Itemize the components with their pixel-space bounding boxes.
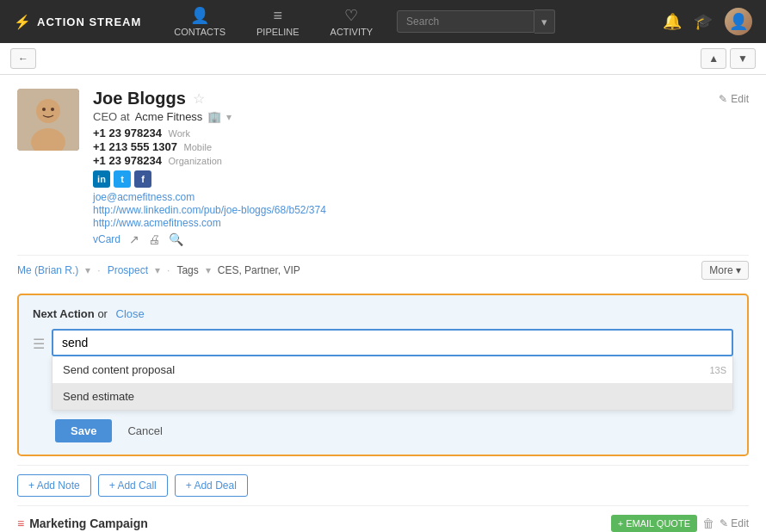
- action-buttons: Save Cancel: [55, 419, 733, 442]
- phone-org-row: +1 23 978234 Organization: [93, 154, 749, 167]
- svg-point-4: [51, 108, 54, 111]
- contact-info: Joe Bloggs ☆ ✎ Edit CEO at Acme Fitness …: [93, 89, 749, 246]
- phone-mobile-label: Mobile: [184, 142, 212, 152]
- phone-work: +1 23 978234: [93, 127, 162, 139]
- phone-mobile: +1 213 555 1307: [93, 140, 177, 153]
- add-call-button[interactable]: + Add Call: [98, 474, 168, 497]
- search-small-icon[interactable]: 🔍: [169, 232, 183, 246]
- campaign-title: Marketing Campaign: [29, 517, 148, 530]
- nav-activity-label: ACTIVITY: [330, 27, 374, 37]
- nav-pipeline-label: PIPELINE: [256, 27, 300, 37]
- edit-pencil-icon: ✎: [719, 93, 727, 105]
- pipeline-icon: ≡: [274, 7, 283, 25]
- section-title: ≡ Marketing Campaign: [17, 517, 148, 530]
- section-actions: + EMAIL QUOTE 🗑 ✎ Edit: [611, 515, 749, 532]
- campaign-icon: ≡: [17, 517, 24, 530]
- contact-title-row: CEO at Acme Fitness 🏢 ▾: [93, 110, 749, 123]
- twitter-button[interactable]: t: [114, 170, 131, 188]
- email-quote-button[interactable]: + EMAIL QUOTE: [611, 515, 697, 532]
- navbar: ⚡ ACTION STREAM 👤 CONTACTS ≡ PIPELINE ♡ …: [0, 0, 766, 43]
- nav-items: 👤 CONTACTS ≡ PIPELINE ♡ ACTIVITY ▾: [158, 0, 663, 43]
- nav-contacts[interactable]: 👤 CONTACTS: [158, 0, 241, 43]
- svg-point-1: [36, 99, 60, 123]
- email-link[interactable]: joe@acmefitness.com: [93, 191, 749, 203]
- marketing-campaign-section: ≡ Marketing Campaign + EMAIL QUOTE 🗑 ✎ E…: [17, 505, 749, 532]
- activity-icon: ♡: [344, 6, 358, 25]
- add-deal-button[interactable]: + Add Deal: [175, 474, 248, 497]
- next-action-input[interactable]: [52, 329, 733, 356]
- prev-record-button[interactable]: ▲: [701, 48, 726, 69]
- svg-point-3: [42, 108, 46, 111]
- bottom-actions: + Add Note + Add Call + Add Deal: [17, 465, 749, 505]
- next-action-title: Next Action: [33, 307, 95, 320]
- search-bar: ▾: [397, 9, 555, 34]
- linkedin-link[interactable]: http://www.linkedin.com/pub/joe-bloggs/6…: [93, 204, 749, 216]
- share-icon[interactable]: ↗: [129, 232, 139, 246]
- contact-header: Joe Bloggs ☆ ✎ Edit CEO at Acme Fitness …: [17, 89, 749, 246]
- edit-contact-link[interactable]: ✎ Edit: [719, 93, 749, 105]
- next-action-container: Next Action or Close ☰ 13S Send content …: [17, 294, 749, 456]
- next-action-input-wrapper: 13S Send content proposal Send estimate: [52, 329, 733, 411]
- facebook-button[interactable]: f: [134, 170, 151, 188]
- bell-icon[interactable]: 🔔: [663, 12, 682, 31]
- company-name: Acme Fitness: [135, 110, 203, 123]
- user-avatar[interactable]: 👤: [725, 8, 752, 35]
- linkedin-button[interactable]: in: [93, 170, 110, 188]
- main-content: Joe Bloggs ☆ ✎ Edit CEO at Acme Fitness …: [0, 75, 766, 532]
- search-dropdown-btn[interactable]: ▾: [534, 9, 555, 34]
- next-action-input-row: ☰ 13S Send content proposal Send estimat…: [33, 329, 733, 411]
- star-icon[interactable]: ☆: [193, 90, 205, 107]
- cancel-button[interactable]: Cancel: [119, 419, 170, 442]
- autocomplete-item-2[interactable]: Send estimate: [53, 383, 732, 410]
- nav-activity[interactable]: ♡ ACTIVITY: [315, 0, 389, 43]
- add-note-button[interactable]: + Add Note: [17, 474, 91, 497]
- phone-org: +1 23 978234: [93, 154, 162, 167]
- me-tag[interactable]: Me (Brian R.): [17, 264, 78, 276]
- phone-work-row: +1 23 978234 Work: [93, 127, 749, 139]
- phone-mobile-row: +1 213 555 1307 Mobile: [93, 140, 749, 153]
- tags-value: CES, Partner, VIP: [218, 264, 300, 276]
- graduation-icon[interactable]: 🎓: [694, 12, 713, 31]
- search-input[interactable]: [397, 10, 534, 33]
- vcard-link[interactable]: vCard: [93, 233, 120, 245]
- brand: ⚡ ACTION STREAM: [14, 14, 141, 30]
- prospect-tag[interactable]: Prospect: [108, 264, 148, 276]
- vcard-row: vCard ↗ 🖨 🔍: [93, 232, 749, 246]
- print-icon[interactable]: 🖨: [148, 232, 160, 246]
- char-count: 13S: [709, 365, 726, 375]
- toolbar-right: ▲ ▼: [701, 48, 756, 69]
- more-button[interactable]: More ▾: [701, 261, 749, 280]
- drag-handle-icon[interactable]: ☰: [33, 336, 45, 352]
- next-action-header: Next Action or Close: [33, 307, 733, 320]
- tags-label: Tags: [176, 264, 198, 276]
- back-button[interactable]: ←: [10, 48, 36, 69]
- tag-row: Me (Brian R.) ▾ · Prospect ▾ · Tags ▾ CE…: [17, 255, 749, 285]
- contact-photo: [17, 89, 79, 151]
- social-icons-row: in t f: [93, 170, 749, 188]
- nav-pipeline[interactable]: ≡ PIPELINE: [241, 0, 315, 43]
- bolt-icon: ⚡: [14, 14, 32, 30]
- save-button[interactable]: Save: [55, 419, 112, 442]
- website-link[interactable]: http://www.acmefitness.com: [93, 217, 749, 229]
- nav-right: 🔔 🎓 👤: [663, 8, 752, 35]
- autocomplete-item-1[interactable]: Send content proposal: [53, 356, 732, 383]
- phone-work-label: Work: [169, 128, 190, 139]
- nav-contacts-label: CONTACTS: [174, 27, 225, 37]
- contacts-icon: 👤: [190, 6, 209, 25]
- next-action-close[interactable]: Close: [116, 307, 145, 320]
- trash-icon[interactable]: 🗑: [702, 517, 714, 530]
- contact-name-row: Joe Bloggs ☆ ✎ Edit: [93, 89, 749, 108]
- next-record-button[interactable]: ▼: [730, 48, 756, 69]
- autocomplete-dropdown: Send content proposal Send estimate: [52, 356, 733, 411]
- toolbar-left: ←: [10, 48, 36, 69]
- contact-name: Joe Bloggs: [93, 89, 186, 108]
- brand-label: ACTION STREAM: [37, 15, 141, 28]
- company-icon: 🏢: [207, 110, 221, 123]
- phone-org-label: Organization: [169, 156, 222, 166]
- next-action-or: or: [97, 307, 108, 320]
- contact-avatar-svg: [17, 89, 79, 151]
- campaign-edit-link[interactable]: ✎ Edit: [720, 517, 749, 529]
- toolbar: ← ▲ ▼: [0, 43, 766, 75]
